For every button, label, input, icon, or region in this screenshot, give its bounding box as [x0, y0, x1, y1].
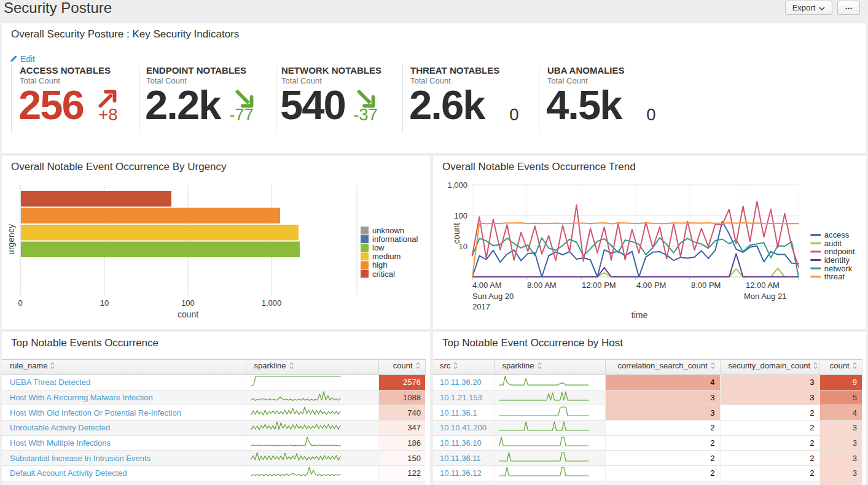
svg-text:critical: critical	[372, 270, 395, 279]
svg-text:count: count	[178, 309, 198, 319]
svg-text:12:00 PM: 12:00 PM	[582, 281, 616, 290]
svg-text:1,000: 1,000	[262, 298, 282, 308]
svg-text:1,000: 1,000	[447, 180, 467, 190]
svg-text:Sun Aug 20: Sun Aug 20	[472, 292, 514, 301]
svg-text:unknown: unknown	[372, 226, 404, 235]
svg-text:100: 100	[181, 298, 195, 308]
svg-text:time: time	[631, 310, 648, 320]
svg-text:8:00 PM: 8:00 PM	[691, 281, 721, 290]
svg-text:threat: threat	[824, 272, 845, 281]
svg-text:low: low	[372, 243, 385, 252]
svg-text:high: high	[372, 260, 388, 270]
svg-text:informational: informational	[372, 235, 418, 244]
svg-text:count: count	[452, 223, 461, 244]
svg-text:medium: medium	[372, 252, 401, 261]
svg-text:0: 0	[18, 298, 22, 308]
svg-text:100: 100	[454, 211, 467, 220]
svg-text:10: 10	[100, 298, 109, 308]
svg-text:4:00 PM: 4:00 PM	[636, 281, 666, 290]
svg-text:8:00 AM: 8:00 AM	[527, 281, 557, 290]
svg-text:4:00 AM: 4:00 AM	[472, 281, 502, 290]
svg-text:12:00 AM: 12:00 AM	[746, 281, 780, 290]
svg-text:urgency: urgency	[6, 224, 16, 255]
svg-text:Mon Aug 21: Mon Aug 21	[744, 292, 786, 301]
svg-text:2017: 2017	[472, 302, 490, 311]
